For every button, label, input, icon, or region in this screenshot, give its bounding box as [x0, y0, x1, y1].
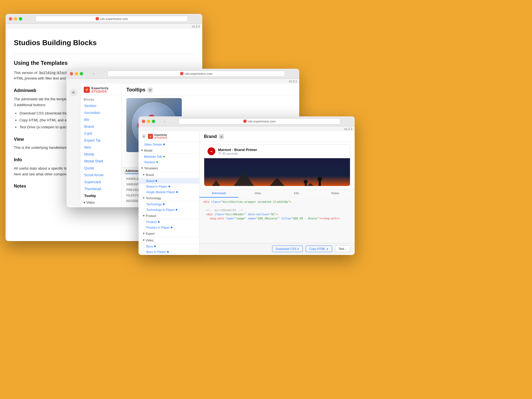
version-text-2: v1.2.1: [289, 80, 297, 83]
address-bar-3[interactable]: 🔴 cdn.expertvoice.com: [178, 118, 340, 124]
w3-main-content: Brand ⊞ M Marmot - Brand Primer ⏱ 90 sec…: [200, 131, 355, 254]
url-text-3: cdn.expertvoice.com: [248, 120, 276, 123]
back-icon[interactable]: ‹: [93, 72, 94, 76]
tab-notes[interactable]: Notes: [316, 189, 355, 198]
maximize-button-2[interactable]: [80, 72, 83, 75]
close-sidebar-btn[interactable]: ✕: [70, 89, 77, 96]
code-inline-1: building-blocks: [38, 71, 70, 75]
browser-window-3: ‹ 🔴 cdn.expertvoice.com v1.2.1 ✕ ⚡ Exper…: [139, 116, 355, 255]
w3-item-single-module-player[interactable]: Single Module Player: [139, 189, 199, 195]
w3-sidebar: ✕ ⚡ Experticity STUDIOS Video Simple ▾ M…: [139, 131, 200, 254]
w3-section-templates[interactable]: ▾ Templates: [139, 165, 199, 172]
tab-adminweb[interactable]: Adminweb: [200, 189, 238, 198]
tab-info[interactable]: Info: [277, 189, 316, 198]
w3-item-byov-in-player[interactable]: Byov In Player: [139, 249, 199, 254]
tooltip-help-icon[interactable]: ⊞: [148, 88, 153, 93]
close-sidebar-btn-3[interactable]: ✕: [141, 134, 146, 139]
close-button-2[interactable]: [70, 72, 73, 75]
bolt-icon: ⚡: [84, 87, 90, 93]
copy-html-button[interactable]: Copy HTML ⬇: [306, 245, 332, 252]
close-button-3[interactable]: [142, 120, 145, 123]
back-icon-3[interactable]: ‹: [164, 120, 165, 123]
minimize-button-2[interactable]: [75, 72, 78, 75]
w3-section-brand[interactable]: ▾ Brand: [139, 172, 199, 178]
w3-preview-card: M Marmot - Brand Primer ⏱ 90 seconds: [204, 144, 350, 186]
tab-view[interactable]: View: [238, 189, 277, 198]
w3-bolt-icon: ⚡: [148, 134, 153, 139]
titlebar-2: ‹ 🔴 cdn.expertvoice.com: [66, 69, 299, 79]
minimize-button-3[interactable]: [147, 120, 150, 123]
sidebar-subitem-video[interactable]: Video: [80, 206, 122, 207]
sidebar-item-bio[interactable]: Bio: [80, 116, 122, 123]
svg-point-9: [304, 180, 308, 184]
sidebar-item-quote[interactable]: Quote: [80, 165, 122, 172]
w3-tooltip-icon[interactable]: ⊞: [219, 134, 224, 139]
w3-section-technology[interactable]: ▾ Technology: [139, 195, 199, 201]
w3-section-expert[interactable]: ▾ Expert: [139, 230, 199, 237]
w3-section-video[interactable]: ▾ Video: [139, 237, 199, 244]
sidebar-item-accordion[interactable]: Accordion: [80, 109, 122, 116]
version-text-3: v1.2.1: [344, 127, 352, 131]
version-text-1: v1.2.1: [192, 25, 200, 28]
svg-marker-5: [319, 186, 350, 186]
sidebar-logo-area: ⚡ Experticity STUDIOS: [80, 84, 122, 95]
svg-point-7: [318, 177, 322, 181]
sidebar-item-scroll-arrow[interactable]: Scroll Arrow: [80, 172, 122, 178]
w3-item-brand-in-player[interactable]: Brand In Player: [139, 184, 199, 189]
page-subheading-1: Using the Templates: [14, 58, 194, 67]
address-bar-2[interactable]: 🔴 cdn.expertvoice.com: [108, 71, 285, 77]
w3-section-product[interactable]: ▾ Product: [139, 213, 199, 219]
w3-item-byov[interactable]: Byov: [139, 244, 199, 249]
traffic-lights-1: [9, 17, 22, 21]
titlebar-3: ‹ 🔴 cdn.expertvoice.com: [139, 116, 355, 126]
sidebar-item-modal[interactable]: Modal: [80, 151, 122, 158]
url-text-2: cdn.expertvoice.com: [185, 72, 213, 75]
w3-content-header: Brand ⊞: [200, 131, 355, 142]
w3-item-product[interactable]: Product: [139, 219, 199, 225]
sidebar-item-modal-shell[interactable]: Modal Shell: [80, 158, 122, 165]
experticity-text: Experticity: [91, 86, 109, 90]
version-badge-3: v1.2.1: [139, 126, 355, 131]
sidebar-item-tooltip[interactable]: Tooltip: [80, 192, 122, 199]
w3-item-marketer-sdk[interactable]: Marketer Sdk: [139, 154, 199, 159]
address-bar-1[interactable]: 🔴 cdn.expertvoice.com: [35, 16, 188, 22]
version-badge-2: v1.2.1: [66, 79, 299, 84]
w3-sidebar-header: ✕ ⚡ Experticity STUDIOS: [139, 131, 199, 142]
w3-item-stacked[interactable]: Stacked: [139, 159, 199, 165]
test-drive-button[interactable]: Test...: [335, 245, 350, 252]
w3-item-video-simple[interactable]: Video Simple: [139, 142, 199, 147]
download-css-button[interactable]: Download CSS ⬇: [272, 245, 303, 252]
traffic-lights-2: [70, 72, 83, 75]
version-badge-1: v1.2.1: [6, 24, 202, 29]
sidebar-item-supercard[interactable]: Supercard: [80, 178, 122, 185]
close-button-1[interactable]: [9, 17, 12, 21]
w3-item-product-in-player[interactable]: Product In Player: [139, 225, 199, 230]
sidebar-item-brand[interactable]: Brand: [80, 123, 122, 130]
w3-code-area: <div class="microSection-wrapper animate…: [200, 198, 355, 243]
sidebar-item-expert-tip[interactable]: Expert Tip: [80, 137, 122, 144]
sidebar-item-item[interactable]: Item: [80, 144, 122, 151]
sidebar-item-card[interactable]: Card: [80, 130, 122, 137]
w3-item-technology[interactable]: Technology: [139, 201, 199, 207]
sidebar-item-section[interactable]: Section: [80, 102, 122, 109]
divider-1: [14, 54, 194, 54]
url-text-1: cdn.expertvoice.com: [100, 17, 128, 21]
maximize-button-1[interactable]: [19, 17, 22, 21]
maximize-button-3[interactable]: [152, 120, 155, 123]
w3-hero-image: Courtesy 20th Century Fox: [204, 158, 350, 186]
blocks-section-label: Blocks: [80, 95, 122, 102]
w3-item-brand[interactable]: Brand: [139, 178, 199, 184]
w3-tabs: Adminweb View Info Notes: [200, 189, 355, 198]
page-heading-1: Studios Building Blocks: [14, 37, 194, 49]
sidebar-item-thumbnail[interactable]: Thumbnail: [80, 185, 122, 192]
svg-rect-6: [319, 180, 321, 186]
w3-item-technology-in-player[interactable]: Technology In Player: [139, 207, 199, 213]
w3-section-modal[interactable]: ▾ Modal: [139, 147, 199, 154]
studios-text: STUDIOS: [91, 90, 109, 93]
minimize-button-1[interactable]: [14, 17, 17, 21]
sidebar-toggle-video[interactable]: ▾ Video: [80, 199, 122, 206]
w3-logo: ⚡ Experticity STUDIOS: [148, 134, 167, 139]
w3-experticity-text: Experticity: [154, 134, 167, 136]
w2-icon-sidebar: ✕: [66, 84, 80, 207]
w3-bottom-bar: Download CSS ⬇ Copy HTML ⬇ Test...: [200, 243, 355, 254]
